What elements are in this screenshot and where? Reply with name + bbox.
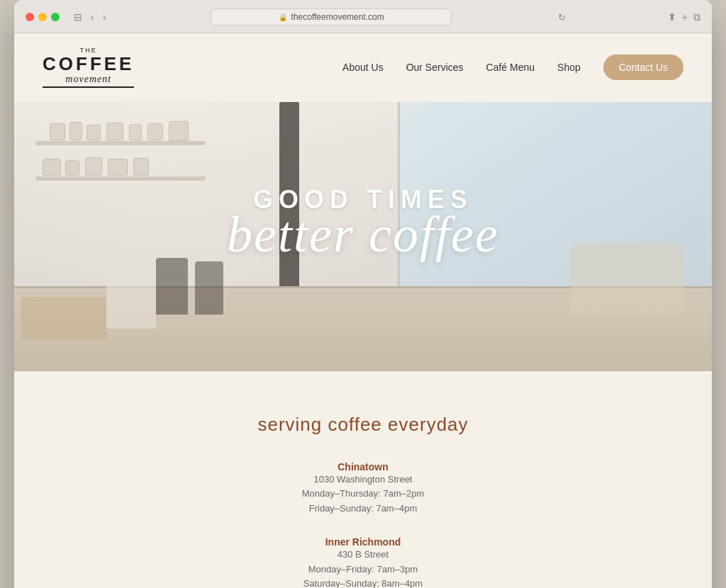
nav-links: About Us Our Services Café Menu Shop Con… xyxy=(342,55,683,80)
locations-list: Chinatown 1030 Washington Street Monday–… xyxy=(43,461,683,589)
location-hours2-inner-richmond: Saturday–Sunday: 8am–4pm xyxy=(303,577,423,588)
share-icon[interactable]: ⬆ xyxy=(668,11,676,23)
hero-text-overlay: GOOD TIMES better coffee xyxy=(14,102,712,371)
traffic-lights xyxy=(26,13,60,21)
hero-subheadline: better coffee xyxy=(227,209,499,260)
new-tab-icon[interactable]: + xyxy=(682,11,688,23)
address-bar[interactable]: 🔒 thecoffeemovement.com xyxy=(211,9,452,26)
location-hours2-chinatown: Friday–Sunday: 7am–4pm xyxy=(302,502,425,516)
reload-button[interactable]: ↻ xyxy=(558,12,566,23)
browser-controls: ⊟ ‹ › xyxy=(71,10,108,24)
logo-movement: movement xyxy=(65,74,111,84)
lock-icon: 🔒 xyxy=(279,13,287,21)
logo-coffee: COFFEE xyxy=(43,55,134,73)
hero-headline: GOOD TIMES xyxy=(253,185,473,215)
logo-underline xyxy=(43,86,134,88)
back-button[interactable]: ‹ xyxy=(88,10,97,24)
location-inner-richmond: Inner Richmond 430 B Street Monday–Frida… xyxy=(303,536,423,588)
tab-icon[interactable]: ⧉ xyxy=(693,11,700,23)
sidebar-toggle-button[interactable]: ⊟ xyxy=(71,10,85,24)
browser-actions: ⬆ + ⧉ xyxy=(668,11,700,23)
location-chinatown: Chinatown 1030 Washington Street Monday–… xyxy=(302,461,425,516)
location-name-chinatown: Chinatown xyxy=(302,461,425,473)
location-hours1-chinatown: Monday–Thursday: 7am–2pm xyxy=(302,487,425,502)
website-content: THE COFFEE movement About Us Our Service… xyxy=(14,33,712,588)
maximize-button[interactable] xyxy=(51,13,60,21)
browser-window: ⊟ ‹ › 🔒 thecoffeemovement.com ↻ ⬆ + ⧉ TH… xyxy=(14,0,712,588)
url-text: thecoffeemovement.com xyxy=(291,12,384,22)
location-address-chinatown: 1030 Washington Street xyxy=(302,473,425,487)
location-hours1-inner-richmond: Monday–Friday: 7am–3pm xyxy=(303,562,423,577)
nav-our-services[interactable]: Our Services xyxy=(406,62,464,73)
nav-about-us[interactable]: About Us xyxy=(342,62,384,73)
browser-chrome: ⊟ ‹ › 🔒 thecoffeemovement.com ↻ ⬆ + ⧉ xyxy=(14,0,712,33)
minimize-button[interactable] xyxy=(38,13,47,21)
close-button[interactable] xyxy=(26,13,34,21)
logo[interactable]: THE COFFEE movement xyxy=(43,47,134,88)
forward-button[interactable]: › xyxy=(100,10,109,24)
below-hero-section: serving coffee everyday Chinatown 1030 W… xyxy=(14,371,712,589)
nav-shop[interactable]: Shop xyxy=(557,62,581,73)
location-name-inner-richmond: Inner Richmond xyxy=(303,536,423,548)
hero-section: GOOD TIMES better coffee xyxy=(14,102,712,371)
contact-us-button[interactable]: Contact Us xyxy=(603,55,683,80)
location-address-inner-richmond: 430 B Street xyxy=(303,548,423,562)
navbar: THE COFFEE movement About Us Our Service… xyxy=(14,33,712,102)
serving-subtitle: serving coffee everyday xyxy=(43,414,683,436)
nav-cafe-menu[interactable]: Café Menu xyxy=(486,62,535,73)
